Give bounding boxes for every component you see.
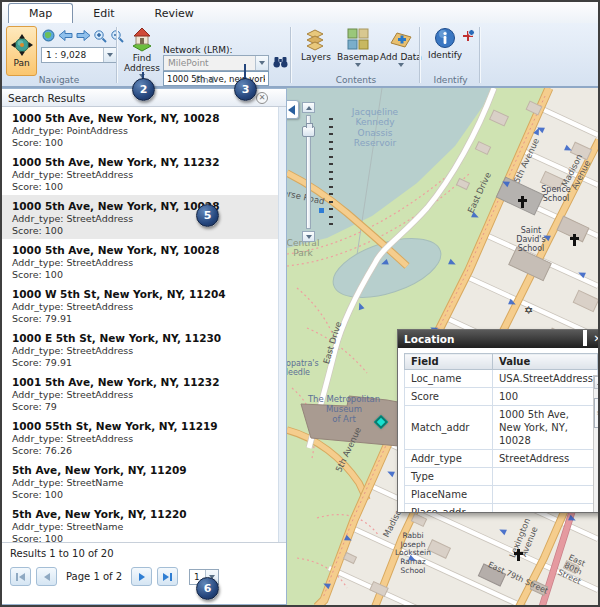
callout-badge-5: 5: [196, 204, 219, 227]
church-cross-icon: [518, 196, 527, 208]
add-data-icon: [389, 27, 413, 51]
full-extent-button[interactable]: [41, 28, 56, 43]
church-cross-icon: [514, 549, 523, 561]
network-value: MilePoint: [164, 58, 255, 68]
previous-page-button[interactable]: [36, 567, 57, 586]
binoculars-icon: [273, 55, 288, 69]
identify-button[interactable]: Identify: [426, 27, 464, 60]
popup-scrollbar[interactable]: ≡: [593, 375, 598, 513]
zoom-slider-down-button[interactable]: [302, 231, 315, 242]
identify-icon: [434, 27, 456, 49]
location-table-row[interactable]: Addr_typeStreetAddress: [405, 450, 598, 468]
arrow-left-icon: [59, 30, 73, 41]
scroll-up-button[interactable]: [594, 376, 598, 389]
result-address: 1000 5th Ave, New York, NY, 11232: [12, 156, 268, 169]
result-detail: Score: 100: [12, 269, 268, 281]
result-detail: Score: 79: [12, 401, 268, 413]
search-result-item[interactable]: 1000 E 5th St, New York, NY, 11230Addr_t…: [2, 327, 278, 371]
location-popup-title: Location: [404, 333, 576, 345]
zoom-in-button[interactable]: [92, 28, 107, 43]
location-table-cell: Score: [405, 388, 493, 406]
search-result-item[interactable]: 1000 5th Ave, New York, NY, 11232Addr_ty…: [2, 151, 278, 195]
identify-label: Identify: [428, 50, 462, 60]
network-combobox[interactable]: MilePoint: [163, 55, 269, 71]
previous-extent-button[interactable]: [58, 28, 73, 43]
add-data-dropdown-arrow[interactable]: [398, 63, 404, 67]
close-popup-button[interactable]: ✕: [594, 334, 598, 344]
zoom-slider-thumb[interactable]: [302, 126, 315, 137]
search-result-item[interactable]: 5th Ave, New York, NY, 11209Addr_type: S…: [2, 459, 278, 503]
find-address-button[interactable]: Find Address: [122, 26, 162, 78]
synagogue-star-icon: ✡: [524, 305, 533, 316]
add-data-button[interactable]: Add Data: [380, 27, 422, 67]
basemap-button[interactable]: Basemap: [336, 27, 380, 67]
location-table-cell: Loc_name: [405, 370, 493, 388]
search-result-item-selected[interactable]: 1000 5th Ave, New York, NY, 10028Addr_ty…: [2, 195, 278, 239]
location-popup: Location ✕ Field Value Loc_nameUSA.Stree…: [397, 329, 598, 513]
location-table-cell: USA.StreetAddress: [493, 370, 598, 388]
identify-route-icon: [461, 29, 475, 43]
zoom-in-icon: [93, 29, 107, 43]
search-result-item[interactable]: 1000 W 5th St, New York, NY, 11204Addr_t…: [2, 283, 278, 327]
result-address: 1000 5th Ave, New York, NY, 10028: [12, 112, 268, 125]
globe-icon: [42, 29, 55, 42]
result-address: 1001 5th Ave, New York, NY, 11232: [12, 376, 268, 389]
last-page-button[interactable]: [157, 567, 178, 586]
result-detail: Score: 100: [12, 137, 268, 149]
location-popup-titlebar[interactable]: Location ✕: [398, 330, 598, 348]
layers-label: Layers: [301, 52, 331, 62]
search-results-panel: Search Results ✕ 1000 5th Ave, New York,…: [2, 88, 287, 605]
layers-button[interactable]: Layers: [298, 27, 334, 62]
location-table-row[interactable]: Loc_nameUSA.StreetAddress: [405, 370, 598, 388]
search-result-item[interactable]: 5th Ave, New York, NY, 11220Addr_type: S…: [2, 503, 278, 542]
close-panel-button[interactable]: ✕: [256, 92, 268, 104]
location-table-cell: PlaceName: [405, 486, 493, 504]
location-table-cell: StreetAddress: [493, 450, 598, 468]
app-window: Map Edit Review Pan: [0, 0, 600, 607]
network-lrm-label: Network (LRM):: [163, 45, 233, 55]
result-detail: Score: 100: [12, 181, 268, 193]
tab-map[interactable]: Map: [8, 3, 73, 23]
results-scrollbar[interactable]: [278, 107, 286, 542]
church-cross-icon: [570, 234, 579, 246]
chevron-left-icon: [288, 105, 295, 115]
map-view[interactable]: Jacqueline Kennedy Onassis ReservoirCent…: [287, 88, 598, 605]
scale-dropdown-button[interactable]: [103, 48, 116, 62]
next-page-button[interactable]: [131, 567, 152, 586]
identify-group-label: Identify: [422, 75, 479, 85]
collapse-panel-button[interactable]: [287, 100, 299, 119]
basemap-dropdown-arrow[interactable]: [355, 63, 361, 67]
identify-route-location-button[interactable]: [461, 28, 475, 47]
search-result-item[interactable]: 1000 5th Ave, New York, NY, 10028Addr_ty…: [2, 107, 278, 151]
network-dropdown-button[interactable]: [255, 56, 268, 70]
search-result-item[interactable]: 1000 5th Ave, New York, NY, 10028Addr_ty…: [2, 239, 278, 283]
pagination-controls: Page 1 of 2 1: [10, 567, 278, 586]
tab-review[interactable]: Review: [135, 4, 214, 23]
result-address: 1000 W 5th St, New York, NY, 11204: [12, 288, 268, 301]
result-address: 1000 55th St, New York, NY, 11219: [12, 420, 268, 433]
search-result-item[interactable]: 1000 55th St, New York, NY, 11219Addr_ty…: [2, 415, 278, 459]
location-table-row[interactable]: Match_addr1000 5th Ave, New York, NY, 10…: [405, 406, 598, 450]
field-column-header: Field: [405, 354, 493, 370]
zoom-slider-up-button[interactable]: [302, 102, 315, 113]
layers-icon: [304, 27, 328, 51]
results-footer: Results 1 to 10 of 20 Page 1 of 2 1: [2, 542, 286, 604]
location-table-row[interactable]: PlaceName: [405, 486, 598, 504]
location-table-row[interactable]: Place_addr: [405, 504, 598, 514]
first-page-button[interactable]: [10, 567, 31, 586]
scale-combobox[interactable]: 1 : 9,028: [41, 47, 117, 63]
result-detail: Score: 100: [12, 489, 268, 501]
pan-button[interactable]: Pan: [6, 26, 37, 76]
scrollbar-thumb[interactable]: ≡: [594, 398, 598, 428]
location-table-row[interactable]: Score100: [405, 388, 598, 406]
location-table-row[interactable]: Type: [405, 468, 598, 486]
zoom-slider-track[interactable]: [306, 115, 311, 229]
find-address-house-icon: [129, 26, 155, 52]
search-result-item[interactable]: 1001 5th Ave, New York, NY, 11232Addr_ty…: [2, 371, 278, 415]
next-extent-button[interactable]: [75, 28, 90, 43]
maximize-button[interactable]: [583, 334, 587, 344]
locate-binoculars-button[interactable]: [273, 54, 288, 73]
tab-edit[interactable]: Edit: [73, 4, 134, 23]
result-detail: Addr_type: PointAddress: [12, 125, 268, 137]
location-table-cell: 100: [493, 388, 598, 406]
